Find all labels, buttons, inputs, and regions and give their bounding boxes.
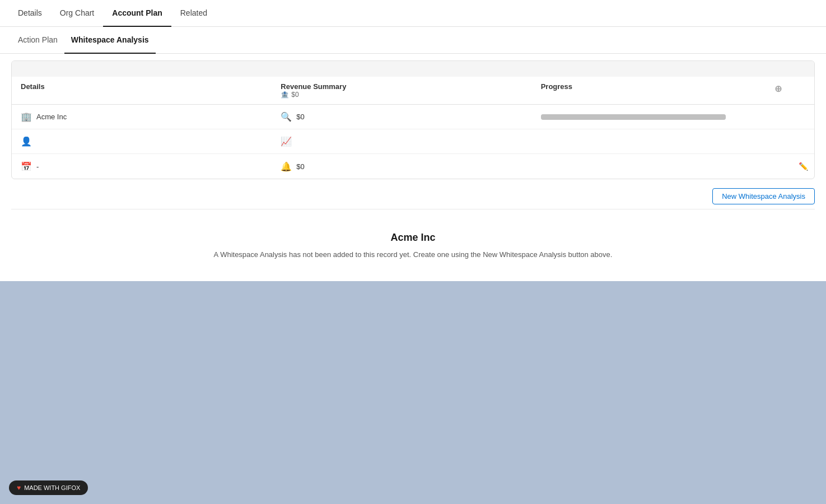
progress-cell-1 (532, 109, 792, 125)
gifox-badge: ♥ MADE WITH GIFOX (9, 480, 88, 495)
top-navigation: Details Org Chart Account Plan Related (0, 0, 826, 27)
revenue-sub-label: 🏦 $0 (281, 91, 522, 99)
tab-org-chart[interactable]: Org Chart (51, 0, 103, 27)
revenue-cell-3: 🔔 $0 (272, 156, 531, 178)
actions-cell-3: ✏️ (792, 155, 814, 178)
details-cell-3: 📅 - (12, 156, 272, 178)
main-content: Action Plan Whitespace Analysis Details … (0, 27, 826, 281)
sub-tabs: Action Plan Whitespace Analysis (0, 27, 826, 54)
new-ws-button-row: New Whitespace Analysis (11, 188, 815, 204)
tab-account-plan[interactable]: Account Plan (103, 0, 171, 27)
tab-details[interactable]: Details (9, 0, 51, 27)
new-whitespace-analysis-button[interactable]: New Whitespace Analysis (712, 188, 815, 204)
col-header-actions (792, 77, 814, 104)
trend-icon: 📈 (281, 136, 292, 147)
revenue-value-3: $0 (296, 162, 304, 171)
whitespace-table: Details Revenue Summary 🏦 $0 Progress ⊕ (11, 60, 815, 179)
actions-cell-1 (792, 113, 814, 122)
revenue-value-1: $0 (296, 113, 304, 121)
col-header-revenue: Revenue Summary 🏦 $0 (272, 77, 531, 104)
account-name: Acme Inc (36, 113, 67, 121)
table-row: 👤 📈 (12, 129, 814, 154)
col-header-details: Details (12, 77, 272, 104)
empty-state-message: A Whitespace Analysis has not been added… (22, 250, 804, 259)
heart-icon: ♥ (17, 484, 21, 492)
details-cell-1: 🏢 Acme Inc (12, 106, 272, 128)
notification-icon: 🔔 (281, 161, 292, 172)
person-icon: 👤 (21, 136, 32, 147)
table-row: 📅 - 🔔 $0 ✏️ (12, 154, 814, 179)
search-icon: 🔍 (281, 111, 292, 122)
bank-icon: 🏦 (281, 91, 289, 99)
edit-button[interactable]: ✏️ (796, 160, 810, 173)
background-area (0, 281, 826, 504)
progress-bar-bg (541, 114, 726, 120)
building-icon: 🏢 (21, 111, 32, 122)
revenue-cell-2: 📈 (272, 130, 531, 152)
calendar-icon: 📅 (21, 161, 32, 172)
revenue-cell-1: 🔍 $0 (272, 106, 531, 128)
empty-state-title: Acme Inc (22, 232, 804, 244)
col-header-progress: Progress ⊕ (532, 77, 792, 104)
progress-bar-fill (541, 114, 726, 120)
table-column-headers: Details Revenue Summary 🏦 $0 Progress ⊕ (12, 77, 814, 105)
date-value: - (36, 162, 39, 171)
sub-tab-whitespace-analysis[interactable]: Whitespace Analysis (64, 27, 156, 54)
details-cell-2: 👤 (12, 130, 272, 152)
expand-icon[interactable]: ⊕ (773, 82, 783, 95)
content-panel: Details Revenue Summary 🏦 $0 Progress ⊕ (0, 54, 826, 281)
progress-cell-2 (532, 136, 792, 147)
table-gray-header (12, 61, 814, 77)
tab-related[interactable]: Related (171, 0, 216, 27)
table-row: 🏢 Acme Inc 🔍 $0 (12, 105, 814, 129)
divider (11, 209, 815, 209)
sub-tab-action-plan[interactable]: Action Plan (11, 27, 64, 54)
actions-cell-2 (792, 137, 814, 146)
progress-cell-3 (532, 161, 792, 172)
empty-state: Acme Inc A Whitespace Analysis has not b… (11, 221, 815, 270)
